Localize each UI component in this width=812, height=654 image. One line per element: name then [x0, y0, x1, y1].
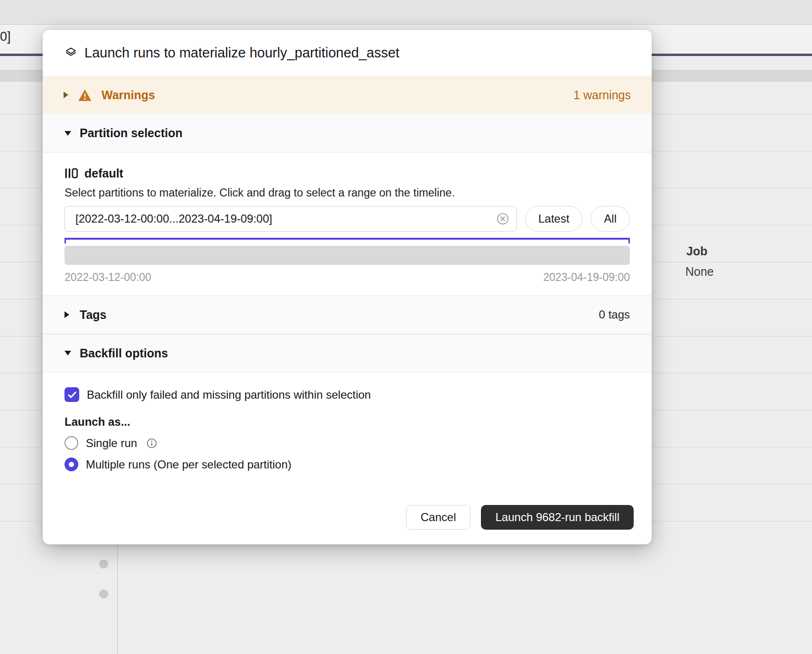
dialog-title: Launch runs to materialize hourly_partit…: [84, 45, 399, 61]
chevron-right-icon: [64, 92, 72, 98]
background-job-value: None: [685, 265, 714, 279]
radio-selected-icon[interactable]: [65, 458, 78, 471]
background-row-dot: [99, 560, 108, 569]
single-run-label: Single run: [86, 437, 137, 450]
backfill-checkbox-label: Backfill only failed and missing partiti…: [87, 388, 371, 402]
launch-as-label: Launch as...: [65, 415, 630, 429]
chevron-down-icon: [65, 131, 73, 136]
partition-dimension-name: default: [84, 167, 123, 180]
layers-icon: [65, 47, 77, 59]
timeline-start-label: 2022-03-12-00:00: [65, 271, 151, 284]
backfill-options-label: Backfill options: [80, 346, 168, 360]
multiple-runs-option[interactable]: Multiple runs (One per selected partitio…: [65, 458, 630, 471]
launch-backfill-dialog: Launch runs to materialize hourly_partit…: [43, 30, 652, 544]
timeline-range-labels: 2022-03-12-00:00 2023-04-19-09:00: [65, 271, 630, 284]
partition-timeline[interactable]: [65, 246, 630, 265]
tags-label: Tags: [80, 308, 107, 322]
dialog-header: Launch runs to materialize hourly_partit…: [43, 30, 652, 76]
tags-section-toggle[interactable]: Tags 0 tags: [43, 295, 652, 334]
partition-selection-label: Partition selection: [80, 126, 183, 140]
partition-selection-section-toggle[interactable]: Partition selection: [43, 114, 652, 153]
all-button[interactable]: All: [591, 206, 630, 232]
circle-x-icon: [496, 212, 509, 225]
partition-selection-content: default Select partitions to materialize…: [43, 153, 652, 295]
tags-count: 0 tags: [599, 308, 630, 321]
partition-dimension-row: default: [65, 166, 630, 180]
launch-backfill-button[interactable]: Launch 9682-run backfill: [481, 505, 634, 530]
background-column-divider: [117, 544, 118, 654]
latest-button[interactable]: Latest: [525, 206, 582, 232]
partition-dimension-icon: [65, 167, 78, 179]
backfill-options-section-toggle[interactable]: Backfill options: [43, 334, 652, 372]
warnings-label: Warnings: [102, 88, 155, 102]
background-truncated-text: 0]: [0, 29, 11, 44]
background-top-strip: [0, 0, 812, 25]
background-row-dot: [99, 589, 108, 598]
cancel-button[interactable]: Cancel: [406, 505, 471, 530]
warnings-section-toggle[interactable]: Warnings 1 warnings: [43, 76, 652, 114]
partition-help-text: Select partitions to materialize. Click …: [65, 186, 630, 199]
multiple-runs-label: Multiple runs (One per selected partitio…: [86, 458, 292, 471]
partition-input-wrap: [65, 206, 517, 232]
background-job-label: Job: [686, 244, 707, 258]
selected-range-indicator: [65, 238, 630, 243]
partition-input-row: Latest All: [65, 206, 630, 232]
backfill-options-content: Backfill only failed and missing partiti…: [43, 372, 652, 490]
chevron-down-icon: [65, 351, 73, 355]
clear-input-button[interactable]: [496, 212, 509, 225]
partition-range-input[interactable]: [65, 206, 517, 232]
single-run-option[interactable]: Single run: [65, 436, 630, 450]
backfill-failed-missing-option[interactable]: Backfill only failed and missing partiti…: [65, 387, 630, 402]
checkbox-checked-icon[interactable]: [65, 387, 79, 402]
warnings-count: 1 warnings: [573, 88, 631, 102]
info-icon[interactable]: [146, 438, 157, 449]
dialog-footer: Cancel Launch 9682-run backfill: [43, 490, 652, 544]
warning-triangle-icon: [78, 89, 92, 102]
chevron-right-icon: [65, 311, 73, 318]
radio-unselected-icon[interactable]: [65, 436, 78, 450]
timeline-end-label: 2023-04-19-09:00: [543, 271, 630, 284]
